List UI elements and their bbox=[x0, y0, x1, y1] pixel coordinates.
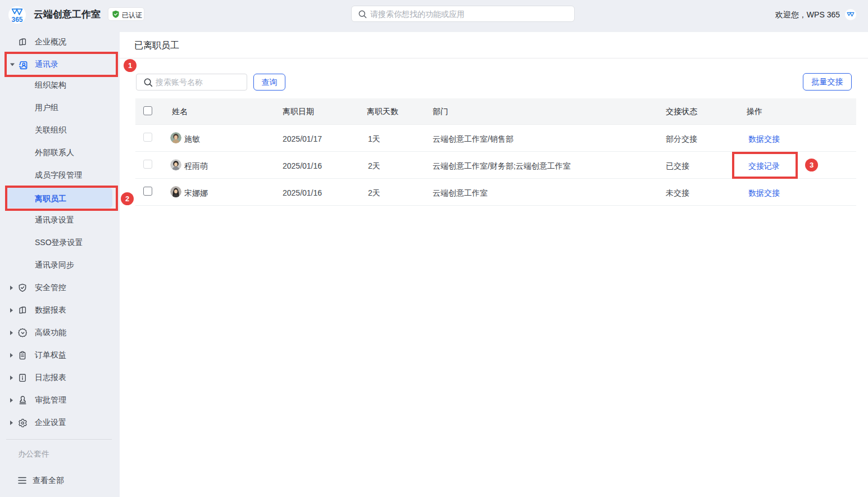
svg-text:365: 365 bbox=[11, 16, 22, 24]
